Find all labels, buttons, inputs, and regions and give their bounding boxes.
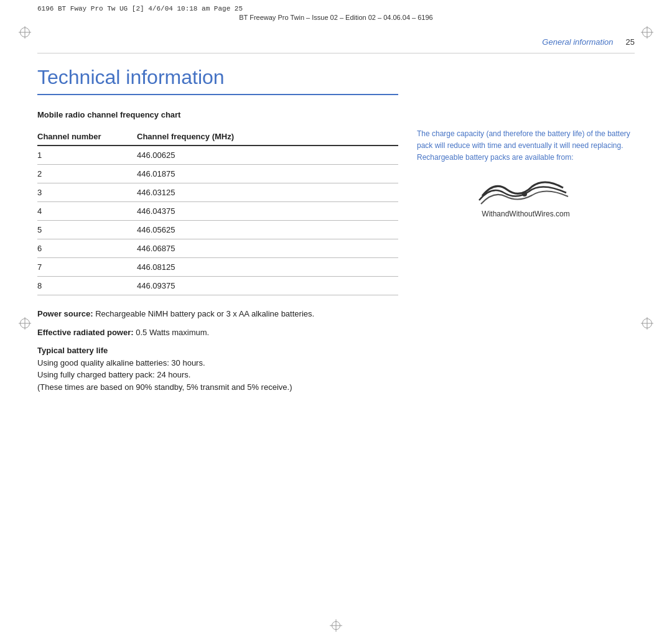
channel-number-cell: 1: [37, 146, 137, 165]
tech-title: Technical information: [37, 66, 398, 95]
channel-freq-cell: 446.03125: [137, 183, 398, 202]
channel-freq-cell: 446.05625: [137, 221, 398, 239]
right-column: The charge capacity (and therefore the b…: [417, 66, 635, 613]
svg-point-0: [522, 192, 527, 196]
chart-section-title: Mobile radio channel frequency chart: [37, 110, 398, 119]
channel-freq-cell: 446.00625: [137, 146, 398, 165]
table-row: 7446.08125: [37, 258, 398, 277]
radiated-power-para: Effective radiated power: 0.5 Watts maxi…: [37, 326, 398, 339]
power-info: Power source: Rechargeable NiMH battery …: [37, 308, 398, 393]
channel-number-cell: 2: [37, 165, 137, 183]
radiated-power-label: Effective radiated power:: [37, 328, 134, 337]
reg-mark-mid-right: [641, 317, 653, 330]
channel-freq-cell: 446.08125: [137, 258, 398, 277]
power-source-para: Power source: Rechargeable NiMH battery …: [37, 308, 398, 320]
table-row: 3446.03125: [37, 183, 398, 202]
table-row: 8446.09375: [37, 277, 398, 295]
left-column: Technical information Mobile radio chann…: [37, 66, 398, 613]
page-number: 25: [626, 37, 635, 47]
power-source-text: Rechargeable NiMH battery pack or 3 x AA…: [93, 309, 315, 318]
top-bar: 6196 BT Fway Pro Tw UG [2] 4/6/04 10:18 …: [0, 5, 672, 21]
table-row: 5446.05625: [37, 221, 398, 239]
reg-mark-bottom: [330, 619, 342, 632]
battery-life-line3: (These times are based on 90% standby, 5…: [37, 382, 292, 392]
section-title: General information: [542, 37, 613, 47]
logo-text: WithandWithoutWires.com: [417, 210, 635, 218]
table-row: 4446.04375: [37, 202, 398, 221]
col2-header: Channel frequency (MHz): [137, 128, 398, 146]
channel-freq-cell: 446.01875: [137, 165, 398, 183]
table-row: 2446.01875: [37, 165, 398, 183]
power-source-label: Power source:: [37, 309, 93, 318]
page-wrapper: 6196 BT Fway Pro Tw UG [2] 4/6/04 10:18 …: [0, 0, 672, 638]
subtitle-line: BT Freeway Pro Twin – Issue 02 – Edition…: [0, 14, 672, 21]
channel-number-cell: 7: [37, 258, 137, 277]
table-row: 6446.06875: [37, 239, 398, 258]
sidebar-text: The charge capacity (and therefore the b…: [417, 128, 635, 164]
logo-area: WithandWithoutWires.com: [417, 174, 635, 218]
logo-waves-svg: [476, 174, 576, 205]
reg-mark-top-left: [19, 26, 31, 39]
channel-number-cell: 8: [37, 277, 137, 295]
content-area: General information 25 Technical informa…: [37, 37, 635, 613]
channel-number-cell: 5: [37, 221, 137, 239]
page-header-right: General information 25: [542, 37, 635, 47]
radiated-power-text: 0.5 Watts maximum.: [134, 328, 210, 337]
channel-number-cell: 6: [37, 239, 137, 258]
battery-life-section: Typical battery life Using good quality …: [37, 344, 398, 393]
main-columns: Technical information Mobile radio chann…: [37, 66, 635, 613]
channel-freq-cell: 446.04375: [137, 202, 398, 221]
col1-header: Channel number: [37, 128, 137, 146]
table-row: 1446.00625: [37, 146, 398, 165]
frequency-table: Channel number Channel frequency (MHz) 1…: [37, 128, 398, 295]
reg-mark-top-right: [641, 26, 653, 39]
battery-life-title: Typical battery life: [37, 346, 108, 355]
reg-mark-mid-left: [19, 317, 31, 330]
filename-line1: 6196 BT Fway Pro Tw UG [2] 4/6/04 10:18 …: [0, 5, 672, 12]
channel-freq-cell: 446.06875: [137, 239, 398, 258]
channel-freq-cell: 446.09375: [137, 277, 398, 295]
channel-number-cell: 4: [37, 202, 137, 221]
battery-life-line2: Using fully charged battery pack: 24 hou…: [37, 370, 190, 379]
battery-life-line1: Using good quality alkaline batteries: 3…: [37, 358, 205, 368]
channel-number-cell: 3: [37, 183, 137, 202]
page-header: General information 25: [37, 37, 635, 53]
